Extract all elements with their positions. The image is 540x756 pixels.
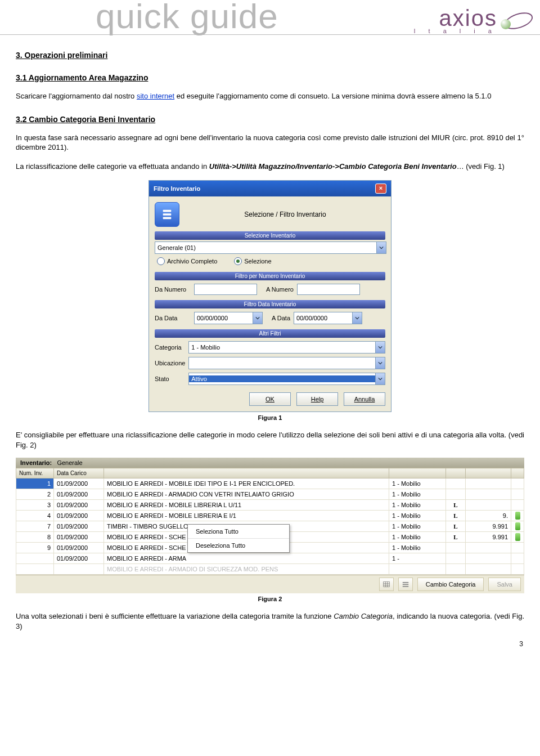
table-row[interactable]: 201/09/2000MOBILIO E ARREDI - ARMADIO CO… bbox=[16, 489, 524, 500]
radio-archivio-completo[interactable]: Archivio Completo bbox=[157, 257, 217, 265]
cell-bar bbox=[511, 500, 524, 511]
radio-selezione[interactable]: Selezione bbox=[234, 257, 271, 265]
text: Una volta selezionati i beni è sufficien… bbox=[16, 612, 334, 620]
cell-val: 9.991 bbox=[466, 532, 511, 543]
chevron-down-icon[interactable] bbox=[376, 242, 386, 253]
quick-guide-banner: quick guide bbox=[96, 0, 278, 34]
section-3-2-paragraph-2: La riclassificazione delle categorie va … bbox=[16, 162, 524, 172]
cell-date: 01/09/2000 bbox=[54, 511, 104, 521]
dialog-subtitle: Selezione / Filtro Inventario bbox=[185, 211, 385, 218]
help-button[interactable]: Help bbox=[296, 392, 338, 406]
list-icon[interactable] bbox=[398, 578, 413, 591]
grid-icon[interactable] bbox=[379, 578, 394, 591]
da-data-input[interactable]: 00/00/0000 bbox=[194, 312, 263, 324]
inventario-combo-value: Generale (01) bbox=[155, 244, 376, 251]
ubicazione-label: Ubicazione bbox=[155, 360, 185, 366]
chevron-down-icon[interactable] bbox=[352, 312, 362, 324]
chevron-down-icon[interactable] bbox=[253, 312, 262, 324]
close-icon[interactable]: × bbox=[375, 184, 386, 194]
cancel-button[interactable]: Annulla bbox=[344, 392, 385, 406]
figure-1-caption: Figura 1 bbox=[16, 414, 524, 421]
cell-cat: 1 - Mobilio bbox=[389, 543, 446, 553]
after-fig2-paragraph: Una volta selezionati i beni è sufficien… bbox=[16, 611, 524, 631]
table-row[interactable]: 01/09/2000MOBILIO E ARREDI - ARMA1 - bbox=[16, 553, 524, 564]
inventario-combo[interactable]: Generale (01) bbox=[155, 241, 386, 254]
cell-cat: 1 - bbox=[389, 553, 446, 564]
cell-l: L bbox=[446, 500, 466, 511]
col-data[interactable]: Data Carico bbox=[54, 468, 104, 478]
page-header: quick guide axios I t a l i a bbox=[0, 0, 540, 35]
section-3-2-paragraph-1: In questa fase sarà necessario assegnare… bbox=[16, 133, 524, 153]
band-selezione: Selezione Inventario bbox=[155, 231, 385, 240]
svg-rect-1 bbox=[163, 213, 172, 216]
inventario-table: Num. Inv. Data Carico 101/09/2000MOBILIO… bbox=[16, 468, 524, 575]
filter-icon bbox=[155, 202, 179, 227]
svg-rect-8 bbox=[403, 582, 409, 583]
a-data-label: A Data bbox=[272, 315, 290, 321]
cell-bar bbox=[511, 511, 524, 521]
cell-l bbox=[446, 478, 466, 489]
categoria-label: Categoria bbox=[155, 344, 185, 351]
a-data-input[interactable]: 00/00/0000 bbox=[294, 312, 362, 324]
svg-rect-3 bbox=[384, 582, 390, 587]
svg-rect-9 bbox=[403, 584, 409, 585]
inventario-header: Inventario: Generale bbox=[16, 458, 524, 468]
section-3-title: 3. Operazioni preliminari bbox=[16, 51, 524, 60]
chevron-down-icon[interactable] bbox=[375, 373, 385, 384]
cell-cat: 1 - Mobilio bbox=[389, 511, 446, 521]
figure-2-caption: Figura 2 bbox=[16, 596, 524, 602]
a-numero-input[interactable] bbox=[297, 284, 360, 295]
cambio-categoria-button[interactable]: Cambio Categoria bbox=[417, 578, 484, 591]
download-site-link[interactable]: sito internet bbox=[137, 92, 174, 100]
orbit-icon bbox=[501, 9, 534, 32]
table-row[interactable]: 301/09/2000MOBILIO E ARREDI - MOBILE LIB… bbox=[16, 500, 524, 511]
cell-date: 01/09/2000 bbox=[54, 478, 104, 489]
menu-deselect-all[interactable]: Deseleziona Tutto bbox=[188, 538, 289, 552]
categoria-combo[interactable]: 1 - Mobilio bbox=[188, 341, 385, 354]
cell-l bbox=[446, 553, 466, 564]
da-numero-label: Da Numero bbox=[155, 286, 191, 293]
chevron-down-icon[interactable] bbox=[375, 357, 385, 369]
cell-val bbox=[466, 553, 511, 564]
col-val[interactable] bbox=[466, 468, 511, 478]
col-cat[interactable] bbox=[389, 468, 446, 478]
section-3-1-title: 3.1 Aggiornamento Area Magazzino bbox=[16, 73, 524, 82]
cell-num: 7 bbox=[16, 521, 54, 532]
menu-select-all[interactable]: Seleziona Tutto bbox=[188, 525, 289, 538]
a-data-value: 00/00/0000 bbox=[294, 315, 352, 321]
ok-button[interactable]: OK bbox=[249, 392, 291, 406]
chevron-down-icon[interactable] bbox=[375, 342, 385, 353]
cell-bar bbox=[511, 478, 524, 489]
cell-num: 1 bbox=[16, 478, 54, 489]
radio-label: Selezione bbox=[244, 258, 271, 265]
cell-cat: 1 - Mobilio bbox=[389, 521, 446, 532]
menu-path: Cambio Categoria bbox=[334, 612, 393, 620]
col-l[interactable] bbox=[446, 468, 466, 478]
col-gbar[interactable] bbox=[511, 468, 524, 478]
text: … (vedi Fig. 1) bbox=[457, 162, 505, 171]
cell-desc: MOBILIO E ARREDI - ARMADIO DI SICUREZZA … bbox=[104, 564, 389, 575]
text: La riclassificazione delle categorie va … bbox=[16, 162, 209, 171]
band-altri-filtri: Altri Filtri bbox=[155, 329, 385, 338]
table-row[interactable]: 101/09/2000MOBILIO E ARREDI - MOBILE IDE… bbox=[16, 478, 524, 489]
ubicazione-combo[interactable] bbox=[188, 357, 385, 369]
cell-cat: 1 - Mobilio bbox=[389, 500, 446, 511]
brand-subtitle: I t a l i a bbox=[413, 28, 497, 34]
cell-date: 01/09/2000 bbox=[54, 521, 104, 532]
col-num[interactable]: Num. Inv. bbox=[16, 468, 54, 478]
table-row-disabled: MOBILIO E ARREDI - ARMADIO DI SICUREZZA … bbox=[16, 564, 524, 575]
cell-num: 2 bbox=[16, 489, 54, 500]
cell-desc: MOBILIO E ARREDI - MOBILE LIBRERIA E I/1 bbox=[104, 511, 389, 521]
da-numero-input[interactable] bbox=[194, 284, 257, 295]
cell-date: 01/09/2000 bbox=[54, 532, 104, 543]
salva-button[interactable]: Salva bbox=[488, 578, 521, 591]
cell-num: 3 bbox=[16, 500, 54, 511]
stato-combo[interactable]: Attivo bbox=[188, 373, 385, 385]
table-row[interactable]: 401/09/2000MOBILIO E ARREDI - MOBILE LIB… bbox=[16, 511, 524, 521]
text: Scaricare l'aggiornamento dal nostro bbox=[16, 92, 137, 100]
cell-l: L bbox=[446, 511, 466, 521]
section-3-2-title: 3.2 Cambio Categoria Beni Inventario bbox=[16, 115, 524, 124]
cell-val: 9. bbox=[466, 511, 511, 521]
cell-bar bbox=[511, 521, 524, 532]
col-desc[interactable] bbox=[104, 468, 389, 478]
